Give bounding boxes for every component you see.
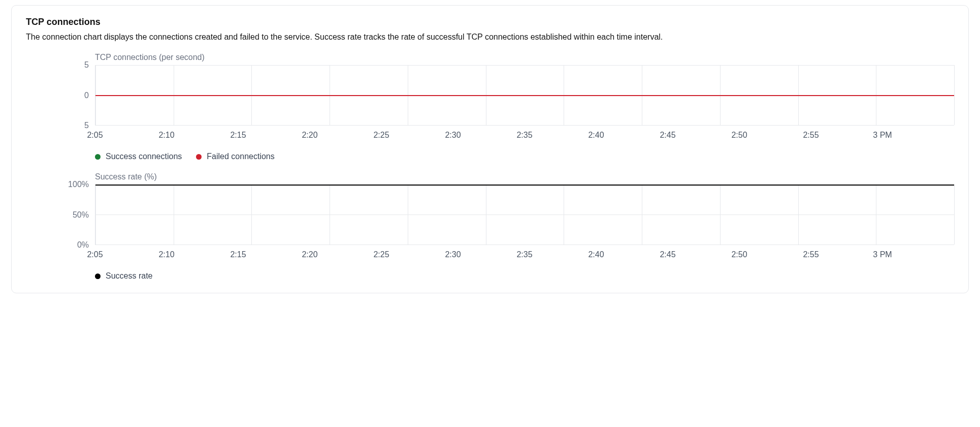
chart-2-title: Success rate (%) <box>95 172 954 181</box>
chart-1-legend: Success connectionsFailed connections <box>95 152 954 161</box>
chart-1-x-axis: 2:052:102:152:202:252:302:352:402:452:50… <box>95 131 954 140</box>
legend-label: Success connections <box>106 152 182 161</box>
x-tick: 3 PM <box>883 250 954 259</box>
x-tick: 2:25 <box>381 250 453 259</box>
chart-1-y-axis: 505 <box>26 65 95 126</box>
series-line <box>95 185 954 186</box>
x-tick: 2:10 <box>167 250 238 259</box>
legend-label: Failed connections <box>207 152 274 161</box>
legend-item: Failed connections <box>196 152 274 161</box>
legend-item: Success rate <box>95 271 152 281</box>
legend-dot-icon <box>95 273 101 279</box>
x-tick: 2:20 <box>310 250 381 259</box>
x-tick: 2:10 <box>167 131 238 140</box>
x-tick: 2:15 <box>238 131 310 140</box>
x-tick: 2:45 <box>668 131 739 140</box>
x-tick: 2:50 <box>739 250 811 259</box>
tcp-connections-card: TCP connections The connection chart dis… <box>11 5 969 293</box>
chart-2-x-axis: 2:052:102:152:202:252:302:352:402:452:50… <box>95 250 954 259</box>
x-tick: 2:30 <box>453 250 525 259</box>
legend-dot-icon <box>196 154 202 160</box>
card-description: The connection chart displays the connec… <box>26 33 954 42</box>
x-tick: 2:35 <box>525 131 596 140</box>
x-tick: 2:20 <box>310 131 381 140</box>
chart-1-plot <box>95 65 954 126</box>
chart-2-y-axis: 100%50%0% <box>26 185 95 245</box>
chart-success-rate: Success rate (%) 100%50%0% 2:052:102:152… <box>26 172 954 281</box>
x-tick: 2:55 <box>811 131 883 140</box>
legend-dot-icon <box>95 154 101 160</box>
chart-2-plot <box>95 185 954 245</box>
x-tick: 2:35 <box>525 250 596 259</box>
series-line <box>95 95 954 96</box>
legend-item: Success connections <box>95 152 182 161</box>
x-tick: 2:45 <box>668 250 739 259</box>
x-tick: 2:25 <box>381 131 453 140</box>
x-tick: 3 PM <box>883 131 954 140</box>
x-tick: 2:30 <box>453 131 525 140</box>
chart-1-title: TCP connections (per second) <box>95 53 954 62</box>
x-tick: 2:40 <box>596 250 668 259</box>
x-tick: 2:55 <box>811 250 883 259</box>
x-tick: 2:50 <box>739 131 811 140</box>
x-tick: 2:15 <box>238 250 310 259</box>
chart-2-legend: Success rate <box>95 271 954 281</box>
x-tick: 2:05 <box>95 131 167 140</box>
x-tick: 2:05 <box>95 250 167 259</box>
card-title: TCP connections <box>26 17 954 27</box>
legend-label: Success rate <box>106 271 152 281</box>
x-tick: 2:40 <box>596 131 668 140</box>
chart-tcp-connections: TCP connections (per second) 505 2:052:1… <box>26 53 954 161</box>
